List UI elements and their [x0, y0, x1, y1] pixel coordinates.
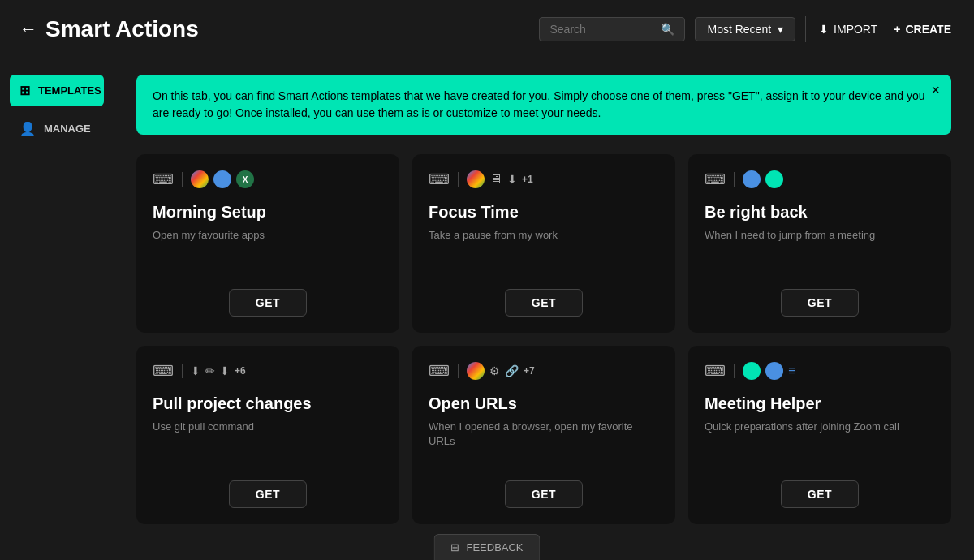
plus-icon: + [894, 23, 900, 36]
excel-icon: X [236, 170, 254, 188]
get-button-morning-setup[interactable]: GET [229, 289, 307, 317]
card-title: Focus Time [429, 203, 659, 222]
create-label: CREATE [905, 23, 951, 36]
card-be-right-back: ⌨ Be right back When I need to jump from… [688, 154, 951, 333]
icon-divider [458, 172, 459, 187]
blue-circle-icon [213, 170, 231, 188]
card-description: Quick preparations after joining Zoom ca… [705, 420, 935, 467]
keyboard-icon: ⌨ [429, 170, 450, 188]
card-footer: GET [153, 289, 383, 317]
card-focus-time: ⌨ 🖥 ⬇ +1 Focus Time Take a pause from my… [412, 154, 675, 333]
chrome-icon [467, 170, 485, 188]
card-footer: GET [705, 289, 935, 317]
chrome-icon [467, 362, 485, 380]
chrome-icon [191, 170, 209, 188]
monitor-icon: 🖥 [489, 172, 502, 187]
card-title: Meeting Helper [705, 394, 935, 413]
card-icons: ⌨ [705, 170, 935, 188]
content-area: On this tab, you can find Smart Actions … [114, 58, 974, 560]
blue-circle-icon [743, 170, 761, 188]
card-description: Open my favourite apps [153, 228, 383, 276]
icon-divider [734, 364, 735, 378]
card-icons: ⌨ X [153, 170, 383, 188]
pencil-icon: ✏ [205, 364, 215, 377]
card-description: Take a pause from my work [429, 228, 659, 276]
manage-icon: 👤 [19, 121, 36, 136]
search-icon: 🔍 [661, 23, 674, 36]
header-divider [805, 16, 806, 42]
get-button-pull-project[interactable]: GET [229, 480, 307, 508]
header: ← Smart Actions 🔍 Most Recent ▾ ⬇ IMPORT… [0, 0, 974, 58]
gear-icon: ⚙ [489, 364, 500, 377]
plus-count: +7 [524, 365, 535, 377]
card-pull-project: ⌨ ⬇ ✏ ⬇ +6 Pull project changes Use git … [136, 346, 399, 524]
page-title: Smart Actions [45, 16, 199, 42]
download2-icon: ⬇ [220, 364, 230, 377]
keyboard-icon: ⌨ [153, 170, 174, 188]
get-button-open-urls[interactable]: GET [505, 480, 583, 508]
card-title: Pull project changes [153, 394, 383, 413]
sidebar-item-templates[interactable]: ⊞ TEMPLATES [10, 75, 104, 106]
feedback-bar[interactable]: ⊞ FEEDBACK [433, 534, 540, 560]
card-icons: ⌨ 🖥 ⬇ +1 [429, 170, 659, 188]
back-button[interactable]: ← [19, 19, 37, 40]
card-description: Use git pull command [153, 420, 383, 467]
feedback-icon: ⊞ [450, 541, 459, 554]
icon-divider [458, 364, 459, 378]
link-icon: 🔗 [505, 364, 519, 377]
page-title-group: ← Smart Actions [19, 16, 199, 42]
download-icon: ⬇ [191, 364, 200, 377]
info-banner: On this tab, you can find Smart Actions … [136, 75, 951, 135]
get-button-meeting-helper[interactable]: GET [781, 480, 859, 508]
card-description: When I opened a browser, open my favorit… [429, 420, 659, 467]
import-icon: ⬇ [819, 23, 829, 36]
card-meeting-helper: ⌨ ≡ Meeting Helper Quick preparations af… [688, 346, 951, 524]
import-label: IMPORT [834, 23, 877, 36]
sidebar: ⊞ TEMPLATES 👤 MANAGE [0, 58, 114, 560]
card-icons: ⌨ ⚙ 🔗 +7 [429, 362, 659, 380]
list-icon: ≡ [788, 364, 795, 378]
sort-label: Most Recent [707, 23, 771, 36]
card-footer: GET [153, 480, 383, 508]
teal-circle-icon [765, 170, 783, 188]
chevron-down-icon: ▾ [778, 23, 783, 36]
teal-circle-icon [743, 362, 761, 380]
main-layout: ⊞ TEMPLATES 👤 MANAGE On this tab, you ca… [0, 58, 974, 560]
keyboard-icon: ⌨ [705, 170, 726, 188]
card-description: When I need to jump from a meeting [705, 228, 935, 276]
cards-grid: ⌨ X Morning Setup Open my favourite apps… [136, 154, 951, 524]
create-button[interactable]: + CREATE [890, 23, 955, 36]
plus-count: +1 [522, 174, 533, 185]
keyboard-icon: ⌨ [705, 362, 726, 380]
card-title: Morning Setup [153, 203, 383, 222]
sidebar-templates-label: TEMPLATES [38, 84, 101, 97]
card-morning-setup: ⌨ X Morning Setup Open my favourite apps… [136, 154, 399, 333]
header-actions: 🔍 Most Recent ▾ ⬇ IMPORT + CREATE [539, 16, 955, 42]
feedback-label: FEEDBACK [466, 541, 523, 554]
banner-close-button[interactable]: × [931, 83, 940, 97]
download-icon: ⬇ [507, 173, 517, 186]
search-input[interactable] [549, 23, 654, 36]
card-icons: ⌨ ⬇ ✏ ⬇ +6 [153, 362, 383, 380]
card-footer: GET [429, 480, 659, 508]
blue-circle-icon [765, 362, 783, 380]
get-button-focus-time[interactable]: GET [505, 289, 583, 317]
card-title: Be right back [705, 203, 935, 222]
get-button-be-right-back[interactable]: GET [781, 289, 859, 317]
banner-text: On this tab, you can find Smart Actions … [153, 89, 925, 119]
templates-icon: ⊞ [19, 83, 30, 98]
import-button[interactable]: ⬇ IMPORT [816, 23, 881, 36]
card-footer: GET [705, 480, 935, 508]
icon-divider [182, 364, 183, 378]
sort-dropdown[interactable]: Most Recent ▾ [695, 17, 795, 41]
card-icons: ⌨ ≡ [705, 362, 935, 380]
card-title: Open URLs [429, 394, 659, 413]
sidebar-item-manage[interactable]: 👤 MANAGE [10, 113, 104, 144]
card-footer: GET [429, 289, 659, 317]
sidebar-manage-label: MANAGE [44, 123, 91, 135]
card-open-urls: ⌨ ⚙ 🔗 +7 Open URLs When I opened a brows… [412, 346, 675, 524]
keyboard-icon: ⌨ [429, 362, 450, 380]
search-box[interactable]: 🔍 [539, 17, 685, 41]
icon-divider [734, 172, 735, 187]
keyboard-icon: ⌨ [153, 362, 174, 380]
